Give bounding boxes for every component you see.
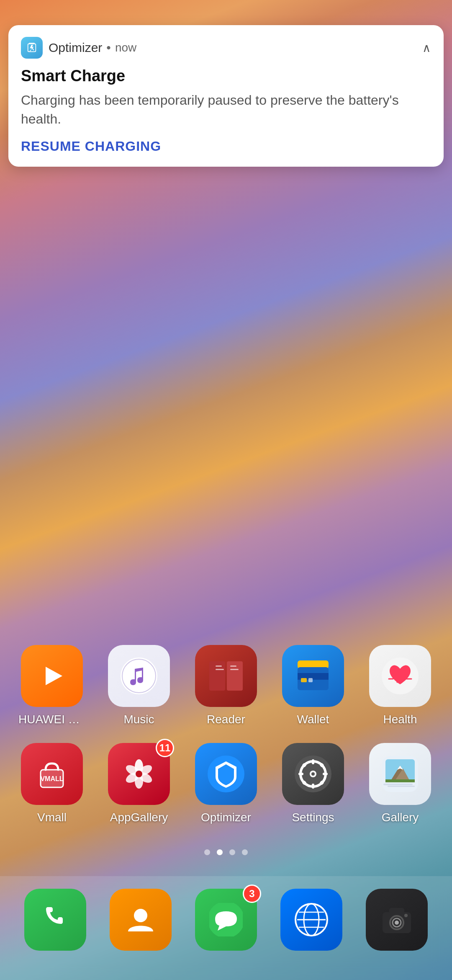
dock-item-messages[interactable]: 3 <box>183 885 269 955</box>
app-label-vmall: Vmall <box>37 811 67 824</box>
messages-badge: 3 <box>243 885 261 903</box>
page-dot-0[interactable] <box>204 849 210 855</box>
app-item-gallery[interactable]: Gallery <box>357 735 444 833</box>
app-icon-appgallery: 11 <box>108 743 170 805</box>
app-label-health: Health <box>383 713 417 726</box>
app-label-huawei-video: HUAWEI Vid.. <box>18 713 85 726</box>
svg-rect-30 <box>312 759 314 764</box>
svg-rect-31 <box>312 784 314 789</box>
svg-point-61 <box>404 914 408 917</box>
dock: 3 <box>0 876 452 980</box>
app-icon-health <box>369 645 431 707</box>
svg-point-40 <box>311 772 315 776</box>
app-item-optimizer[interactable]: Optimizer <box>182 735 270 833</box>
svg-rect-57 <box>389 908 404 914</box>
svg-point-3 <box>121 658 157 694</box>
app-icon-optimizer <box>195 743 257 805</box>
dock-item-contacts[interactable] <box>98 885 183 955</box>
app-icon-browser <box>280 889 342 951</box>
dock-item-browser[interactable] <box>269 885 354 955</box>
page-dot-2[interactable] <box>229 849 235 855</box>
svg-rect-47 <box>383 784 413 785</box>
app-label-optimizer: Optimizer <box>201 811 251 824</box>
app-item-wallet[interactable]: Wallet <box>270 637 357 735</box>
svg-rect-10 <box>230 669 239 670</box>
app-icon-reader <box>195 645 257 707</box>
app-icon-wallet <box>282 645 344 707</box>
notification-time: now <box>115 41 136 54</box>
appgallery-badge: 11 <box>156 739 174 757</box>
app-label-gallery: Gallery <box>382 811 419 824</box>
app-item-health[interactable]: Health <box>357 637 444 735</box>
svg-rect-33 <box>323 773 328 775</box>
app-icon-settings <box>282 743 344 805</box>
dock-item-camera[interactable] <box>354 885 439 955</box>
app-icon-gallery <box>369 743 431 805</box>
notification-body: Charging has been temporarily paused to … <box>21 91 431 129</box>
page-dots <box>204 849 248 855</box>
svg-marker-2 <box>46 667 62 685</box>
app-icon-contacts <box>110 889 172 951</box>
notification-title: Smart Charge <box>21 67 431 85</box>
app-icon-music <box>108 645 170 707</box>
svg-point-26 <box>136 771 142 777</box>
svg-rect-7 <box>216 665 222 667</box>
page-dot-1[interactable] <box>217 849 223 855</box>
svg-rect-48 <box>388 786 415 787</box>
notification-meta: Optimizer • now <box>49 41 416 55</box>
app-icon-camera <box>366 889 428 951</box>
app-item-appgallery[interactable]: 11 AppGallery <box>95 735 182 833</box>
notification-separator: • <box>106 41 111 55</box>
home-screen: HUAWEI Vid.. Music <box>0 637 452 980</box>
app-label-music: Music <box>123 713 154 726</box>
app-label-settings: Settings <box>292 811 334 824</box>
dock-item-phone[interactable] <box>13 885 98 955</box>
svg-rect-46 <box>385 779 415 782</box>
notification-expand-icon[interactable]: ∧ <box>422 41 431 55</box>
app-label-reader: Reader <box>207 713 245 726</box>
app-item-settings[interactable]: Settings <box>270 735 357 833</box>
resume-charging-button[interactable]: RESUME CHARGING <box>21 139 161 154</box>
app-icon-vmall: VMALL <box>21 743 83 805</box>
app-item-music[interactable]: Music <box>95 637 182 735</box>
app-icon-phone <box>24 889 86 951</box>
svg-rect-32 <box>298 773 303 775</box>
app-icon-messages: 3 <box>195 889 257 951</box>
notification-app-name: Optimizer <box>49 41 102 55</box>
app-item-reader[interactable]: Reader <box>182 637 270 735</box>
app-grid: HUAWEI Vid.. Music <box>0 637 452 833</box>
app-label-appgallery: AppGallery <box>110 811 168 824</box>
app-icon-huawei-video <box>21 645 83 707</box>
svg-rect-9 <box>230 665 236 667</box>
notification-card: Optimizer • now ∧ Smart Charge Charging … <box>8 25 444 167</box>
page-dot-3[interactable] <box>242 849 248 855</box>
app-item-huawei-video[interactable]: HUAWEI Vid.. <box>8 637 95 735</box>
svg-rect-8 <box>216 669 224 670</box>
app-label-wallet: Wallet <box>297 713 329 726</box>
svg-point-49 <box>134 909 147 922</box>
svg-point-60 <box>395 921 399 925</box>
svg-rect-15 <box>308 678 313 682</box>
optimizer-app-icon <box>21 37 43 59</box>
svg-text:VMALL: VMALL <box>40 775 63 782</box>
app-item-vmall[interactable]: VMALL Vmall <box>8 735 95 833</box>
notification-header: Optimizer • now ∧ <box>21 37 431 59</box>
svg-rect-14 <box>301 678 307 682</box>
